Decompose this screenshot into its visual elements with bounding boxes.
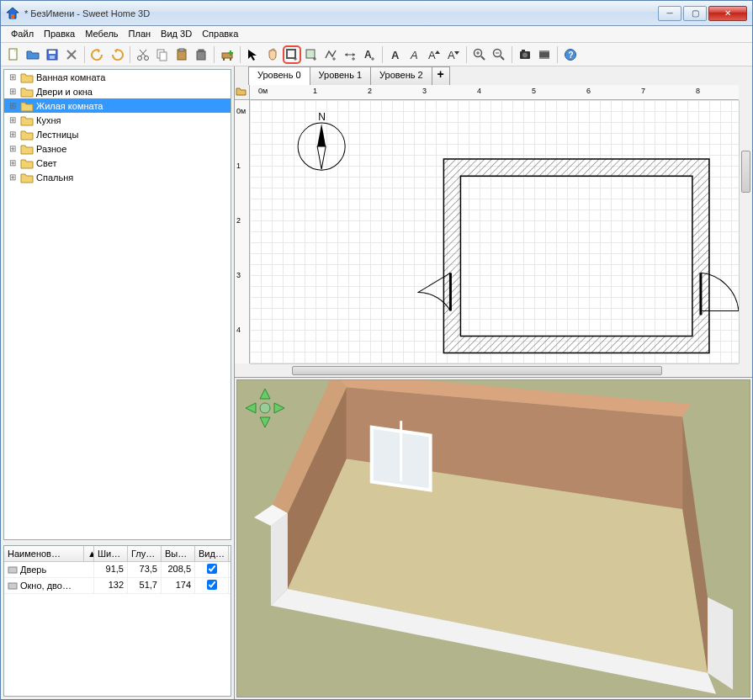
item-visible-checkbox[interactable] (207, 564, 217, 574)
decrease-text-button[interactable]: A (444, 45, 463, 64)
col-visible[interactable]: Види… (195, 546, 229, 561)
minimize-button[interactable]: ─ (658, 6, 681, 21)
create-text-button[interactable]: A (360, 45, 379, 64)
svg-point-12 (145, 56, 149, 60)
col-name[interactable]: Наименов… (4, 546, 84, 561)
menu-help[interactable]: Справка (197, 26, 243, 42)
catalog-item[interactable]: ⊞Лестницы (4, 127, 231, 141)
expand-icon[interactable]: ⊞ (8, 130, 18, 139)
svg-rect-27 (287, 50, 295, 58)
folder-icon (20, 172, 34, 183)
redo-button[interactable] (108, 45, 126, 64)
folder-icon (20, 86, 34, 98)
expand-icon[interactable]: ⊞ (8, 115, 18, 125)
zoom-out-button[interactable] (490, 45, 508, 64)
open-file-button[interactable] (24, 45, 42, 64)
expand-icon[interactable]: ⊞ (8, 87, 18, 96)
level-add-button[interactable]: + (432, 66, 450, 85)
item-width: 91,5 (94, 562, 128, 577)
svg-rect-18 (179, 49, 184, 51)
create-walls-button[interactable] (283, 45, 301, 64)
col-height[interactable]: Вы… (162, 546, 195, 561)
cut-button[interactable] (134, 45, 152, 64)
table-row[interactable]: Окно, дво…13251,7174 (4, 578, 231, 594)
room-3d-render[interactable] (237, 380, 750, 697)
menu-edit[interactable]: Правка (39, 26, 80, 42)
ruler-tick: 4 (236, 326, 241, 334)
level-tab-0[interactable]: Уровень 0 (248, 66, 310, 85)
item-visible-checkbox[interactable] (207, 580, 217, 590)
svg-rect-23 (230, 58, 231, 61)
svg-text:A: A (391, 49, 400, 61)
menu-furniture[interactable]: Мебель (80, 26, 123, 42)
folder-icon (20, 100, 34, 112)
room-walls[interactable] (443, 159, 709, 353)
text-bold-button[interactable]: A (386, 45, 405, 64)
level-tab-1[interactable]: Уровень 1 (310, 66, 372, 85)
furniture-list[interactable]: Наименов… ▲ Ши… Глу… Вы… Види… Дверь91,5… (3, 545, 231, 697)
preferences-button[interactable] (62, 45, 81, 64)
menu-file[interactable]: Файл (6, 26, 39, 42)
plan-scrollbar-horizontal[interactable] (250, 363, 739, 377)
expand-icon[interactable]: ⊞ (8, 72, 18, 82)
ruler-tick: 3 (422, 87, 427, 95)
folder-icon (20, 72, 34, 83)
help-button[interactable]: ? (561, 45, 580, 64)
create-video-button[interactable] (535, 45, 554, 64)
new-file-button[interactable] (4, 45, 23, 64)
view-3d[interactable] (236, 379, 750, 697)
paste-button[interactable] (172, 45, 191, 64)
close-button[interactable]: ✕ (708, 6, 747, 21)
svg-marker-26 (248, 50, 257, 61)
item-height: 208,5 (162, 562, 195, 577)
floor-plan[interactable]: N (250, 100, 739, 362)
catalog-item[interactable]: ⊞Жилая комната (4, 98, 231, 113)
text-italic-button[interactable]: A (406, 45, 424, 64)
svg-rect-16 (160, 52, 167, 61)
navigation-cross-icon[interactable] (244, 387, 286, 429)
expand-icon[interactable]: ⊞ (8, 158, 18, 167)
zoom-in-button[interactable] (470, 45, 489, 64)
create-polylines-button[interactable] (321, 45, 340, 64)
catalog-item[interactable]: ⊞Разное (4, 141, 231, 156)
delete-button[interactable] (192, 45, 210, 64)
add-furniture-button[interactable] (218, 45, 236, 64)
plan-scrollbar-vertical[interactable] (739, 100, 752, 363)
furniture-catalog[interactable]: ⊞Ванная комната⊞Двери и окна⊞Жилая комна… (3, 69, 231, 540)
svg-text:A: A (410, 49, 418, 61)
create-rooms-button[interactable] (302, 45, 321, 64)
col-depth[interactable]: Глу… (128, 546, 162, 561)
expand-icon[interactable]: ⊞ (8, 172, 18, 182)
col-width[interactable]: Ши… (94, 546, 128, 561)
catalog-item[interactable]: ⊞Кухня (4, 113, 231, 127)
level-tab-2[interactable]: Уровень 2 (370, 66, 432, 85)
catalog-item[interactable]: ⊞Ванная комната (4, 70, 231, 84)
catalog-item-label: Ванная комната (36, 72, 105, 82)
create-dimensions-button[interactable] (341, 45, 359, 64)
catalog-item[interactable]: ⊞Свет (4, 156, 231, 170)
increase-text-button[interactable]: A (425, 45, 443, 64)
catalog-item[interactable]: ⊞Двери и окна (4, 84, 231, 98)
menu-plan[interactable]: План (124, 26, 156, 42)
compass-icon[interactable]: N (298, 111, 345, 170)
select-tool-button[interactable] (244, 45, 262, 64)
create-photo-button[interactable] (516, 45, 534, 64)
svg-line-50 (481, 56, 485, 60)
undo-button[interactable] (88, 45, 107, 64)
workspace: ⊞Ванная комната⊞Двери и окна⊞Жилая комна… (1, 66, 752, 699)
expand-icon[interactable]: ⊞ (8, 101, 18, 110)
menu-view3d[interactable]: Вид 3D (156, 26, 197, 42)
table-row[interactable]: Дверь91,573,5208,5 (4, 562, 231, 578)
svg-marker-89 (246, 403, 256, 413)
maximize-button[interactable]: ▢ (683, 6, 707, 21)
svg-rect-61 (539, 57, 549, 59)
plan-canvas[interactable]: N (250, 100, 739, 363)
col-sort-icon[interactable]: ▲ (84, 546, 94, 561)
furniture-list-header[interactable]: Наименов… ▲ Ши… Глу… Вы… Види… (4, 546, 231, 562)
copy-button[interactable] (153, 45, 172, 64)
catalog-item[interactable]: ⊞Спальня (4, 170, 231, 184)
expand-icon[interactable]: ⊞ (8, 144, 18, 153)
pan-tool-button[interactable] (263, 45, 282, 64)
save-file-button[interactable] (43, 45, 61, 64)
ruler-tick: 2 (368, 87, 372, 95)
